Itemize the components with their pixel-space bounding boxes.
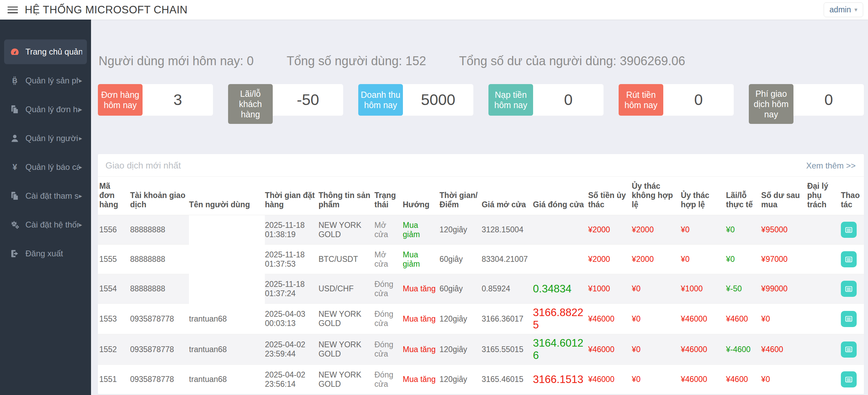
cell-close-price: [533, 215, 588, 245]
see-more-link[interactable]: Xem thêm >>: [806, 161, 856, 171]
order-detail-button[interactable]: [841, 341, 857, 358]
order-detail-button[interactable]: [841, 281, 857, 297]
cell-invalid-entrust: ¥0: [632, 334, 681, 365]
cell-username: [189, 215, 265, 245]
cell-valid-entrust: ¥46000: [681, 304, 726, 334]
sidebar-item-label: Quản lý báo cáo: [25, 162, 79, 172]
dashboard-icon: [9, 47, 21, 57]
column-header: Số dư sau mua: [761, 177, 807, 215]
order-list-icon: [844, 345, 853, 354]
cell-account: 88888888: [130, 245, 189, 274]
order-list-icon: [844, 225, 853, 234]
sidebar-item-logout[interactable]: Đăng xuất: [4, 241, 87, 266]
cell-agent: [807, 274, 841, 304]
column-header: Giá mở cửa: [482, 177, 533, 215]
column-header: Thời gian đặt hàng: [265, 177, 318, 215]
cell-invalid-entrust: ¥2000: [632, 215, 681, 245]
transaction-row: 1554 88888888 2025-11-18 01:37:24 USD/CH…: [98, 274, 864, 304]
svg-text:B: B: [12, 77, 17, 84]
documents-icon: [9, 191, 21, 201]
sidebar-item-users[interactable]: Quản lý người dùng ▸: [4, 126, 87, 151]
cell-valid-entrust: ¥0: [681, 245, 726, 274]
column-header: Thời gian/Điểm: [440, 177, 482, 215]
cell-direction: Mua tăng: [403, 334, 440, 365]
sidebar-item-reports[interactable]: ¥ Quản lý báo cáo ▸: [4, 155, 87, 179]
order-detail-button[interactable]: [841, 311, 857, 327]
cell-entrust-amount: ¥46000: [588, 334, 632, 365]
chevron-down-icon: ▾: [854, 6, 857, 13]
chevron-right-icon: ▸: [79, 221, 82, 229]
total-users: Tổng số người dùng: 152: [287, 54, 426, 68]
user-icon: [9, 133, 21, 143]
cell-actual-pnl: ¥0: [726, 215, 762, 245]
order-detail-button[interactable]: [841, 251, 857, 267]
cell-order-id: 1555: [98, 245, 130, 274]
cell-balance-after: ¥95000: [761, 215, 807, 245]
cell-entrust-amount: ¥2000: [588, 245, 632, 274]
sidebar-item-label: Cài đặt hệ thống: [25, 220, 79, 230]
stat-card: Đơn hàng hôm nay 3: [98, 84, 213, 116]
menu-toggle-icon[interactable]: [8, 7, 18, 13]
cell-entrust-amount: ¥1000: [588, 274, 632, 304]
order-list-icon: [844, 375, 853, 384]
cell-agent: [807, 215, 841, 245]
cell-order-time: 2025-04-03 00:03:13: [265, 304, 318, 334]
cell-entrust-amount: ¥46000: [588, 304, 632, 334]
transaction-row: 1556 88888888 2025-11-18 01:38:19 NEW YO…: [98, 215, 864, 245]
sidebar-item-dashboard[interactable]: Trang chủ quản trị: [4, 39, 87, 64]
cell-username: [189, 245, 265, 274]
cell-duration: 120giây: [440, 304, 482, 334]
stat-card-label: Rút tiền hôm nay: [619, 84, 663, 116]
cell-balance-after: ¥97000: [761, 245, 807, 274]
cell-order-time: 2025-11-18 01:38:19: [265, 215, 318, 245]
cell-status: Đóng cửa: [374, 304, 403, 334]
sidebar-item-label: Quản lý đơn hàng: [25, 105, 79, 114]
cell-actual-pnl: ¥0: [726, 245, 762, 274]
cell-account: 0935878778: [130, 365, 189, 394]
cell-agent: [807, 334, 841, 365]
sidebar-item-parameters[interactable]: Cài đặt tham số ▸: [4, 184, 87, 208]
cell-close-price: 0.34834: [533, 274, 588, 304]
user-menu[interactable]: admin ▾: [824, 2, 863, 17]
cell-entrust-amount: ¥46000: [588, 365, 632, 394]
sidebar-item-label: Đăng xuất: [25, 249, 82, 258]
sidebar-item-label: Trang chủ quản trị: [25, 47, 82, 57]
user-menu-label: admin: [830, 5, 851, 14]
cell-open-price: 83304.21007: [482, 245, 533, 274]
cell-product: USD/CHF: [318, 274, 374, 304]
cell-invalid-entrust: ¥0: [632, 365, 681, 394]
column-header: Tên người dùng: [189, 177, 265, 215]
sidebar-item-products[interactable]: B Quản lý sản phẩm ▸: [4, 68, 87, 93]
cell-balance-after: ¥99000: [761, 274, 807, 304]
order-detail-button[interactable]: [841, 222, 857, 238]
stat-card-label: Phí giao dịch hôm nay: [749, 84, 793, 124]
cell-order-id: 1553: [98, 304, 130, 334]
column-header: Đại lý phụ trách: [807, 177, 841, 215]
sidebar-item-system[interactable]: Cài đặt hệ thống ▸: [4, 212, 87, 237]
order-detail-button[interactable]: [841, 371, 857, 387]
table-header-row: Mã đơn hàngTài khoản giao dịchTên người …: [98, 177, 864, 215]
cell-status: Đóng cửa: [374, 334, 403, 365]
chevron-right-icon: ▸: [79, 77, 82, 84]
cell-direction: Mua tăng: [403, 274, 440, 304]
stat-card-value: 0: [533, 84, 604, 116]
cell-account: 0935878778: [130, 304, 189, 334]
stat-card-label: Doanh thu hôm nay: [358, 84, 403, 116]
stat-card-value: 0: [793, 84, 864, 116]
cell-duration: 120giây: [440, 215, 482, 245]
topbar: HỆ THỐNG MICROSOFT CHAIN admin ▾: [0, 0, 868, 20]
cell-invalid-entrust: ¥0: [632, 274, 681, 304]
cell-close-price: [533, 245, 588, 274]
transactions-table-body: 1556 88888888 2025-11-18 01:38:19 NEW YO…: [98, 215, 864, 394]
column-header: Ủy thác không hợp lệ: [632, 177, 681, 215]
total-user-balance: Tổng số dư của người dùng: 3906269.06: [459, 54, 685, 68]
cell-account: 88888888: [130, 215, 189, 245]
sidebar-item-label: Cài đặt tham số: [25, 191, 79, 201]
cell-status: Mở cửa: [374, 215, 403, 245]
sidebar-item-orders[interactable]: Quản lý đơn hàng ▸: [4, 97, 87, 122]
cell-username: trantuan68: [189, 334, 265, 365]
cell-action: [841, 245, 864, 274]
cell-order-time: 2025-04-02 23:56:14: [265, 365, 318, 394]
cell-direction: Mua tăng: [403, 304, 440, 334]
column-header: Trạng thái: [374, 177, 403, 215]
